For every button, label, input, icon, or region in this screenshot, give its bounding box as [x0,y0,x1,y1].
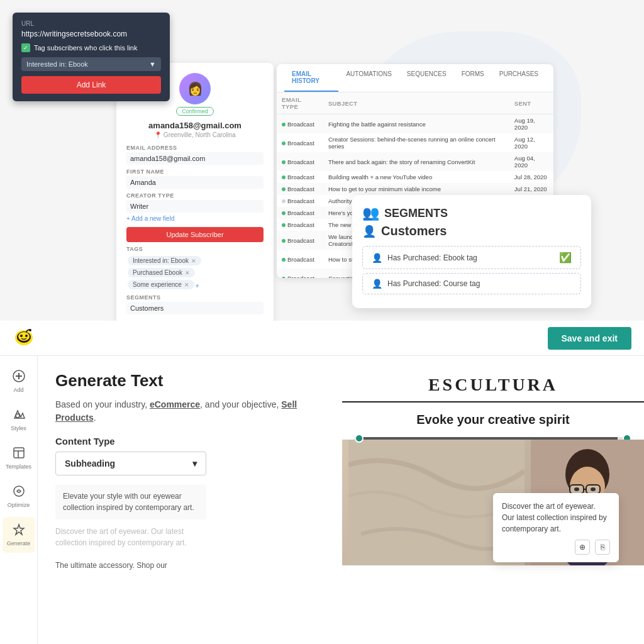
email-subject-cell: There and back again: the story of renam… [323,152,509,171]
segments-label: SEGMENTS [126,294,264,301]
slider-dot-left[interactable] [355,434,364,443]
add-tag-button[interactable]: + [196,281,199,291]
tooltip-popup: Discover the art of eyewear. Our latest … [493,493,619,562]
sidebar-item-templates[interactable]: Templates [3,440,35,476]
email-sent-cell: Jul 28, 2020 [509,171,553,183]
tags-container: Interested in: Ebook ✕ Purchased Ebook ✕… [126,255,264,291]
svg-rect-10 [14,448,24,458]
styles-label: Styles [11,425,26,431]
email-type-cell: Broadcast [277,152,323,171]
creator-type-value: Writer [126,200,264,213]
interested-label: Interested in: Ebook [26,60,88,68]
first-name-value: Amanda [126,176,264,189]
svg-point-3 [20,335,23,337]
svg-point-9 [16,414,19,418]
tab-purchases[interactable]: PURCHASES [492,64,546,92]
email-subject-cell: Creator Sessions: behind-the-scenes runn… [323,133,509,152]
email-type-cell: Broadcast [277,269,323,278]
add-field-link[interactable]: + Add a new field [126,215,174,222]
sidebar-item-styles[interactable]: Styles [3,402,35,438]
tooltip-add-btn[interactable]: ⊕ [575,540,590,555]
templates-label: Templates [6,464,31,470]
update-subscriber-button[interactable]: Update Subscriber [126,227,264,242]
check-icon-1: ✅ [559,252,572,264]
status-dot [282,211,286,215]
col-type: EMAIL TYPE [277,92,323,114]
svg-point-13 [14,486,24,496]
email-type-cell: Broadcast [277,195,323,207]
mailchimp-logo [13,325,35,352]
generate-icon [13,523,25,539]
email-label: EMAIL ADDRESS [126,145,264,151]
industry-link[interactable]: eCommerce [150,399,200,409]
email-type-cell: Broadcast [277,133,323,152]
status-dot [282,187,286,191]
tab-email-history[interactable]: EMAIL HISTORY [284,64,338,92]
tooltip-actions: ⊕ ⎘ [502,540,610,555]
optimize-icon [13,485,25,501]
tag-item[interactable]: Purchased Ebook ✕ [128,268,195,277]
url-popup: URL https://writingsecretsebook.com ✓ Ta… [13,13,170,101]
interested-row[interactable]: Interested in: Ebook ▼ [21,57,161,71]
tag-label: Tag subscribers who click this link [34,44,137,52]
ultimate-text: The ultimate accessory. Shop our [55,561,325,570]
email-type-cell: Broadcast [277,250,323,269]
mc-body: Add Styles Templates Optimize [0,356,644,644]
sidebar-item-add[interactable]: Add [3,364,35,399]
status-dot [282,277,286,279]
segments-value: Customers [126,302,264,314]
email-type-cell: Broadcast [277,171,323,183]
tag-checkbox-row[interactable]: ✓ Tag subscribers who click this link [21,43,161,52]
svg-point-4 [25,335,28,337]
optimize-label: Optimize [8,502,30,508]
table-row: Broadcast Fighting the battle against re… [277,114,553,134]
bottom-section: Save and exit Add Styles Templates [0,321,644,644]
table-row: Broadcast How to get to your minimum via… [277,183,553,195]
col-sent: SENT [509,92,553,114]
svg-point-26 [591,487,596,491]
tooltip-copy-btn[interactable]: ⎘ [595,540,610,555]
svg-point-5 [29,329,31,331]
mc-preview: ESCULTURA Evoke your creative spirit [342,356,644,644]
tab-automations[interactable]: AUTOMATIONS [338,64,399,92]
subheading-select[interactable]: Subheading ▾ [55,452,206,475]
segments-icon: 👥 [362,205,379,221]
save-exit-button[interactable]: Save and exit [548,327,632,350]
url-value: https://writingsecretsebook.com [21,30,161,38]
avatar: 👩 [179,73,211,104]
add-label: Add [13,387,23,393]
table-row: Broadcast Creator Sessions: behind-the-s… [277,133,553,152]
chevron-down-icon: ▾ [192,458,197,469]
add-link-button[interactable]: Add Link [21,76,161,94]
segments-subtitle: 👤 Customers [362,224,581,238]
first-name-label: FIRST NAME [126,169,264,175]
mc-sidebar: Add Styles Templates Optimize [0,356,38,644]
email-type-cell: Broadcast [277,183,323,195]
status-dot [282,199,286,203]
location-icon: 📍 [154,131,162,138]
segment-row-1[interactable]: 👤 Has Purchased: Ebook tag ✅ [362,246,581,269]
svg-point-25 [574,487,579,491]
email-subject-cell: How to get to your minimum viable income [323,183,509,195]
tooltip-text: Discover the art of eyewear. Our latest … [502,501,610,535]
tab-forms[interactable]: FORMS [454,64,492,92]
text-preview-box: Elevate your style with our eyewear coll… [55,484,206,519]
sidebar-item-optimize[interactable]: Optimize [3,479,35,514]
chevron-down-icon: ▼ [149,60,156,68]
person-icon-1: 👤 [372,253,382,263]
confirmed-badge: Confirmed [176,107,214,116]
add-icon [13,370,25,386]
tag-item[interactable]: Some experience ✕ [128,280,194,289]
email-sent-cell: Aug 04, 2020 [509,152,553,171]
status-dot [282,142,286,145]
email-sent-cell: Jul 21, 2020 [509,183,553,195]
status-dot [282,175,286,179]
tag-item[interactable]: Interested in: Ebook ✕ [128,256,201,265]
sidebar-item-generate[interactable]: Generate [3,517,35,553]
mc-header: Save and exit [0,321,644,356]
segment-row-2[interactable]: 👤 Has Purchased: Course tag [362,273,581,294]
table-row: Broadcast Building wealth + a new YouTub… [277,171,553,183]
checkbox-icon: ✓ [21,43,30,52]
templates-icon [13,447,25,462]
tab-sequences[interactable]: SEQUENCES [399,64,454,92]
